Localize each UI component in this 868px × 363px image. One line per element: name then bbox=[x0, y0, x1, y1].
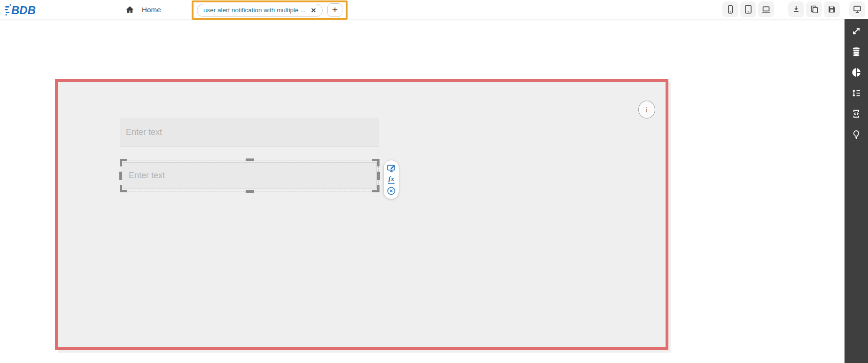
resize-handle-bottom[interactable] bbox=[246, 190, 254, 193]
data-object-icon[interactable] bbox=[850, 108, 862, 120]
remove-widget-button[interactable] bbox=[386, 185, 397, 197]
save-button[interactable] bbox=[824, 1, 840, 17]
svg-text:BDB: BDB bbox=[11, 4, 36, 16]
duplicate-icon bbox=[809, 4, 819, 15]
laptop-preview-icon bbox=[761, 4, 771, 15]
dashboard-tab[interactable]: user alert notification with multiple ..… bbox=[197, 4, 323, 17]
monitor-preview-icon bbox=[852, 4, 862, 15]
edit-on-screen-icon bbox=[386, 163, 396, 174]
edit-on-screen-button[interactable] bbox=[386, 163, 397, 174]
expand-icon[interactable] bbox=[850, 25, 862, 37]
tab-highlight-annotation: user alert notification with multiple ..… bbox=[192, 0, 348, 20]
top-navbar: BDB Home user alert notification with mu… bbox=[0, 0, 868, 19]
add-tab-button[interactable]: + bbox=[327, 3, 342, 17]
tablet-preview-icon bbox=[743, 4, 753, 15]
download-icon bbox=[791, 4, 801, 15]
home-label: Home bbox=[142, 6, 161, 14]
mobile-preview-icon bbox=[725, 4, 736, 15]
home-button[interactable]: Home bbox=[125, 0, 161, 19]
tab-title: user alert notification with multiple ..… bbox=[203, 7, 306, 14]
designer-sidebar bbox=[845, 19, 868, 363]
info-button[interactable]: i bbox=[638, 101, 655, 118]
monitor-preview-button[interactable] bbox=[849, 1, 865, 17]
tablet-preview-button[interactable] bbox=[740, 1, 756, 17]
bdb-logo: BDB bbox=[5, 3, 43, 19]
bdb-logo-icon: BDB bbox=[5, 3, 43, 17]
download-button[interactable] bbox=[788, 1, 804, 17]
selected-widget: fx bbox=[121, 160, 379, 191]
laptop-preview-button[interactable] bbox=[758, 1, 774, 17]
home-icon bbox=[125, 5, 135, 15]
resize-handle-top-left[interactable] bbox=[120, 159, 127, 166]
form-canvas[interactable]: i bbox=[55, 79, 668, 350]
remove-widget-icon bbox=[386, 186, 396, 196]
resize-handle-top-right[interactable] bbox=[372, 159, 380, 166]
text-input-2[interactable] bbox=[123, 162, 377, 189]
tab-close-icon[interactable]: ✕ bbox=[311, 7, 317, 14]
database-icon[interactable] bbox=[850, 46, 862, 58]
text-input-1[interactable] bbox=[120, 118, 379, 147]
app-window: BDB Home user alert notification with mu… bbox=[0, 0, 868, 363]
widget-action-toolbar: fx bbox=[383, 160, 399, 199]
resize-handle-right[interactable] bbox=[377, 172, 380, 180]
formula-button[interactable]: fx bbox=[386, 174, 397, 185]
resize-handle-bottom-right[interactable] bbox=[372, 185, 380, 192]
duplicate-button[interactable] bbox=[806, 1, 822, 17]
resize-handle-left[interactable] bbox=[119, 172, 122, 180]
mobile-preview-button[interactable] bbox=[722, 1, 738, 17]
resize-handle-bottom-left[interactable] bbox=[120, 185, 127, 192]
pie-chart-icon[interactable] bbox=[850, 66, 862, 79]
line-spacing-icon[interactable] bbox=[850, 87, 862, 99]
lightbulb-icon[interactable] bbox=[850, 128, 862, 141]
formula-icon: fx bbox=[388, 175, 395, 184]
topbar-actions bbox=[721, 1, 865, 17]
resize-handle-top[interactable] bbox=[246, 158, 254, 161]
save-icon bbox=[827, 4, 837, 15]
